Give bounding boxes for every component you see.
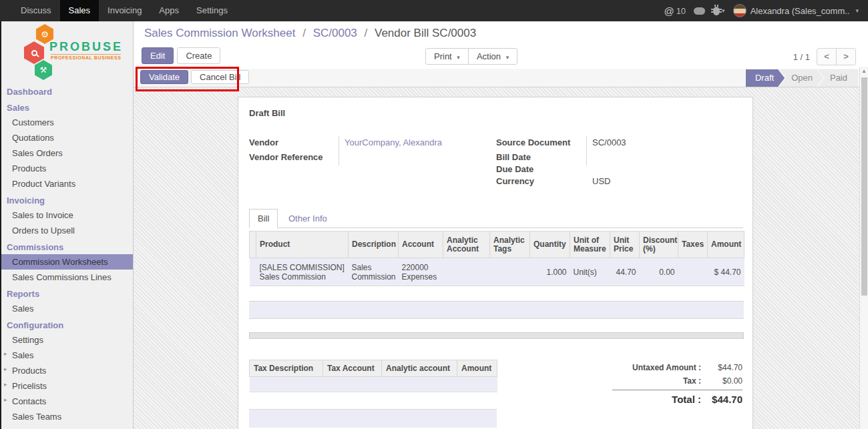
print-dropdown-button[interactable]: Print ▾ bbox=[425, 48, 469, 65]
scroll-up-arrow-icon[interactable]: ▲ bbox=[860, 67, 868, 76]
sidebar-header-configuration[interactable]: Configuration bbox=[0, 316, 133, 332]
sidebar-header-invoicing[interactable]: Invoicing bbox=[0, 191, 133, 207]
sidebar-item-settings[interactable]: Settings bbox=[0, 332, 133, 348]
top-menu-apps[interactable]: Apps bbox=[150, 0, 188, 21]
top-menu-discuss[interactable]: Discuss bbox=[12, 0, 60, 21]
cell-analytic-tags bbox=[490, 258, 530, 286]
sidebar-header-reports[interactable]: Reports bbox=[0, 285, 133, 301]
column-header-discount[interactable]: Discount (%) bbox=[640, 232, 678, 258]
systray: @ 10 ▾ Alexandra (Sales_comm.. ▾ bbox=[664, 0, 868, 21]
untaxed-amount-row: Untaxed Amount : $44.70 bbox=[612, 361, 742, 374]
window-left-edge bbox=[0, 21, 1, 429]
mentions-counter[interactable]: @ 10 bbox=[664, 5, 686, 17]
empty-tax-row bbox=[249, 409, 497, 428]
bill-date-label: Bill Date bbox=[496, 152, 531, 162]
status-draft: Draft bbox=[746, 69, 785, 87]
column-header-account[interactable]: Account bbox=[399, 232, 443, 258]
column-header-tax-account[interactable]: Tax Account bbox=[323, 360, 382, 377]
pager-next-button[interactable]: > bbox=[836, 48, 856, 65]
due-date-label: Due Date bbox=[496, 164, 533, 174]
total-value: $44.70 bbox=[701, 393, 742, 406]
sidebar-header-commissions[interactable]: Commissions bbox=[0, 238, 133, 254]
top-menu-sales[interactable]: Sales bbox=[60, 0, 99, 21]
chat-icon[interactable] bbox=[694, 7, 705, 15]
top-menu-invoicing[interactable]: Invoicing bbox=[99, 0, 150, 21]
statusbar: Draft Open Paid bbox=[746, 69, 858, 87]
action-dropdown-button[interactable]: Action ▾ bbox=[468, 48, 517, 65]
column-header-quantity[interactable]: Quantity bbox=[530, 232, 570, 258]
cell-description: Sales Commission bbox=[349, 258, 399, 286]
user-menu[interactable]: Alexandra (Sales_comm.. ▾ bbox=[733, 4, 859, 17]
sidebar-item-sales-orders[interactable]: Sales Orders bbox=[0, 145, 133, 161]
sidebar-item-orders-to-upsell[interactable]: Orders to Upsell bbox=[0, 223, 133, 238]
vertical-scrollbar[interactable]: ▲ bbox=[859, 67, 868, 429]
create-button[interactable]: Create bbox=[177, 47, 220, 64]
chevron-right-icon: ▸ bbox=[4, 396, 7, 403]
sidebar-item-sales-commission-levels[interactable]: Sales Commission Levels bbox=[0, 424, 133, 429]
column-header-unit-price[interactable]: Unit Price bbox=[610, 232, 640, 258]
chevron-down-icon: ▾ bbox=[722, 7, 725, 14]
column-header-tax-amount[interactable]: Amount bbox=[457, 360, 497, 377]
workflow-buttons: Validate Cancel Bill bbox=[140, 70, 249, 84]
breadcrumb-worksheet-link[interactable]: Sales Commission Worksheet bbox=[144, 27, 295, 39]
sidebar-item-quotations[interactable]: Quotations bbox=[0, 130, 133, 145]
tab-bill[interactable]: Bill bbox=[249, 209, 278, 228]
edit-button[interactable]: Edit bbox=[142, 47, 174, 64]
user-name: Alexandra (Sales_comm.. bbox=[750, 6, 850, 16]
sidebar-item-customers[interactable]: Customers bbox=[0, 115, 133, 130]
magnifier-icon bbox=[31, 50, 37, 56]
column-header-amount[interactable]: Amount bbox=[708, 232, 744, 258]
cancel-bill-button[interactable]: Cancel Bill bbox=[191, 70, 249, 84]
column-header-product[interactable]: Product bbox=[256, 232, 349, 258]
pager: 1 / 1 < > bbox=[793, 48, 856, 65]
column-header-analytic-tags[interactable]: Analytic Tags bbox=[490, 232, 530, 258]
sidebar-item-config-products[interactable]: ▸ Products bbox=[0, 363, 133, 378]
column-header-tax-description[interactable]: Tax Description bbox=[250, 360, 323, 377]
sidebar-item-sales-to-invoice[interactable]: Sales to Invoice bbox=[0, 207, 133, 223]
pager-previous-button[interactable]: < bbox=[817, 48, 837, 65]
tax-lines-table: Tax Description Tax Account Analytic acc… bbox=[249, 360, 497, 392]
column-header-tax-analytic-account[interactable]: Analytic account bbox=[382, 360, 457, 377]
sidebar-item-config-contacts[interactable]: ▸ Contacts bbox=[0, 394, 133, 409]
horizontal-scrollbar[interactable] bbox=[249, 332, 744, 339]
sidebar-header-dashboard[interactable]: Dashboard bbox=[0, 83, 133, 99]
sidebar-item-label: Contacts bbox=[12, 396, 46, 406]
logo-magnifier-hexagon bbox=[24, 41, 44, 64]
currency-label: Currency bbox=[496, 176, 534, 186]
validate-button[interactable]: Validate bbox=[140, 70, 188, 84]
top-navbar: Discuss Sales Invoicing Apps Settings @ … bbox=[0, 0, 868, 21]
form-view-background: Draft Bill Vendor Vendor Reference YourC… bbox=[134, 87, 868, 429]
column-header-analytic-account[interactable]: Analytic Account bbox=[443, 232, 490, 258]
total-row: Total : $44.70 bbox=[612, 390, 742, 406]
invoice-line-row[interactable]: [SALES COMMISSION] Sales Commission Sale… bbox=[250, 258, 744, 286]
status-paid[interactable]: Paid bbox=[818, 69, 858, 87]
sidebar-item-commission-worksheets[interactable]: Commission Worksheets bbox=[0, 254, 133, 270]
debug-menu[interactable]: ▾ bbox=[713, 7, 725, 15]
vendor-value-link[interactable]: YourCompany, Alexandra bbox=[345, 137, 442, 147]
control-panel: Sales Commission Worksheet / SC/0003 / V… bbox=[134, 21, 868, 69]
breadcrumb-sc0003-link[interactable]: SC/0003 bbox=[313, 27, 357, 39]
sidebar-header-sales[interactable]: Sales bbox=[0, 99, 133, 115]
sidebar-item-reports-sales[interactable]: Sales bbox=[0, 301, 133, 316]
vendor-reference-label: Vendor Reference bbox=[249, 152, 323, 162]
tax-row: Tax : $0.00 bbox=[612, 374, 742, 388]
sidebar-item-sales-teams[interactable]: Sales Teams bbox=[0, 409, 133, 424]
bug-icon bbox=[713, 7, 720, 15]
field-separator bbox=[339, 136, 339, 165]
top-menu-settings[interactable]: Settings bbox=[188, 0, 236, 21]
sidebar-item-config-pricelists[interactable]: ▸ Pricelists bbox=[0, 378, 133, 394]
tab-other-info[interactable]: Other Info bbox=[280, 209, 335, 229]
cell-amount: $ 44.70 bbox=[708, 258, 744, 286]
scrollbar-thumb[interactable] bbox=[861, 77, 867, 296]
column-header-description[interactable]: Description bbox=[349, 232, 399, 258]
cell-taxes bbox=[678, 258, 708, 286]
column-header-uom[interactable]: Unit of Measure bbox=[570, 232, 610, 258]
sidebar-item-sales-commissions-lines[interactable]: Sales Commissions Lines bbox=[0, 270, 133, 285]
column-header-taxes[interactable]: Taxes bbox=[678, 232, 708, 258]
sidebar-item-product-variants[interactable]: Product Variants bbox=[0, 176, 133, 191]
sidebar-item-config-sales[interactable]: ▸ Sales bbox=[0, 348, 133, 363]
status-open[interactable]: Open bbox=[779, 69, 823, 87]
action-buttons: Print ▾ Action ▾ bbox=[425, 48, 517, 65]
chevron-right-icon: ▸ bbox=[4, 350, 7, 357]
sidebar-item-products[interactable]: Products bbox=[0, 161, 133, 176]
